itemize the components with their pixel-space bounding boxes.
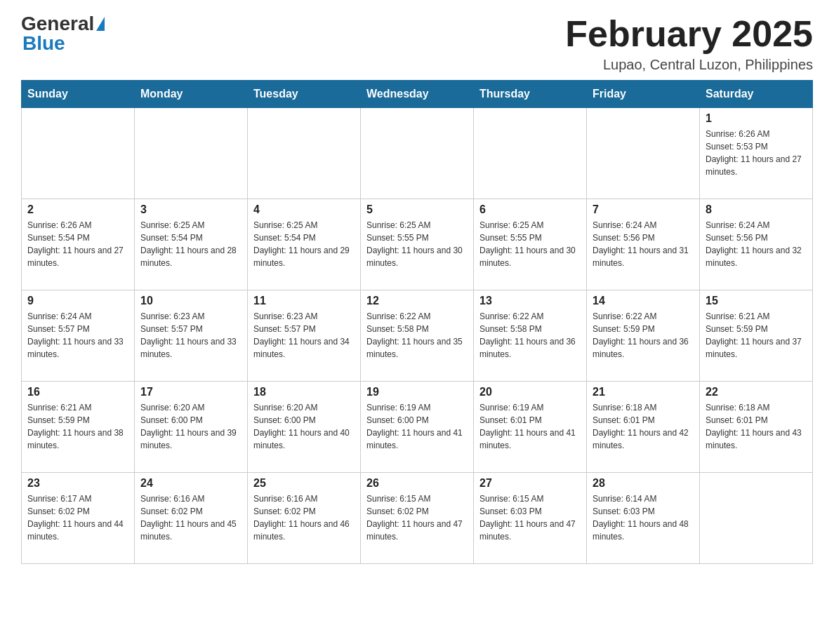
day-info-20: Sunrise: 6:19 AM Sunset: 6:01 PM Dayligh… [479, 401, 581, 452]
day-number-14: 14 [593, 295, 694, 307]
calendar-week-2: 2Sunrise: 6:26 AM Sunset: 5:54 PM Daylig… [22, 199, 813, 290]
day-number-15: 15 [706, 295, 807, 307]
table-row: 13Sunrise: 6:22 AM Sunset: 5:58 PM Dayli… [474, 290, 587, 382]
day-info-4: Sunrise: 6:25 AM Sunset: 5:54 PM Dayligh… [253, 219, 355, 269]
table-row: 12Sunrise: 6:22 AM Sunset: 5:58 PM Dayli… [361, 290, 474, 382]
day-number-5: 5 [366, 203, 468, 216]
logo-triangle-icon [96, 17, 105, 31]
table-row: 27Sunrise: 6:15 AM Sunset: 6:03 PM Dayli… [474, 473, 587, 564]
header-sunday: Sunday [22, 81, 135, 108]
table-row: 8Sunrise: 6:24 AM Sunset: 5:56 PM Daylig… [700, 199, 813, 290]
table-row: 22Sunrise: 6:18 AM Sunset: 6:01 PM Dayli… [700, 382, 813, 473]
header-monday: Monday [135, 81, 248, 108]
day-number-23: 23 [27, 477, 128, 490]
day-info-11: Sunrise: 6:23 AM Sunset: 5:57 PM Dayligh… [253, 310, 355, 361]
table-row: 9Sunrise: 6:24 AM Sunset: 5:57 PM Daylig… [22, 290, 135, 382]
day-number-9: 9 [27, 295, 128, 307]
day-number-26: 26 [366, 477, 468, 490]
table-row: 10Sunrise: 6:23 AM Sunset: 5:57 PM Dayli… [135, 290, 248, 382]
header-friday: Friday [587, 81, 700, 108]
day-number-19: 19 [366, 386, 468, 398]
day-number-6: 6 [479, 203, 581, 216]
logo: General Blue [21, 14, 105, 55]
day-info-7: Sunrise: 6:24 AM Sunset: 5:56 PM Dayligh… [593, 219, 694, 269]
day-number-27: 27 [479, 477, 581, 490]
header-tuesday: Tuesday [248, 81, 361, 108]
day-number-21: 21 [593, 386, 694, 398]
table-row [361, 108, 474, 199]
table-row: 1Sunrise: 6:26 AM Sunset: 5:53 PM Daylig… [700, 108, 813, 199]
day-number-28: 28 [593, 477, 694, 490]
day-number-13: 13 [479, 295, 581, 307]
day-info-27: Sunrise: 6:15 AM Sunset: 6:03 PM Dayligh… [479, 492, 581, 543]
day-info-2: Sunrise: 6:26 AM Sunset: 5:54 PM Dayligh… [27, 219, 128, 269]
calendar-subtitle: Lupao, Central Luzon, Philippines [565, 57, 813, 73]
table-row [135, 108, 248, 199]
table-row: 4Sunrise: 6:25 AM Sunset: 5:54 PM Daylig… [248, 199, 361, 290]
day-info-18: Sunrise: 6:20 AM Sunset: 6:00 PM Dayligh… [253, 401, 355, 452]
table-row: 28Sunrise: 6:14 AM Sunset: 6:03 PM Dayli… [587, 473, 700, 564]
day-number-7: 7 [593, 203, 694, 216]
table-row: 19Sunrise: 6:19 AM Sunset: 6:00 PM Dayli… [361, 382, 474, 473]
day-info-8: Sunrise: 6:24 AM Sunset: 5:56 PM Dayligh… [706, 219, 807, 269]
day-info-25: Sunrise: 6:16 AM Sunset: 6:02 PM Dayligh… [253, 492, 355, 543]
day-info-6: Sunrise: 6:25 AM Sunset: 5:55 PM Dayligh… [479, 219, 581, 269]
day-info-26: Sunrise: 6:15 AM Sunset: 6:02 PM Dayligh… [366, 492, 468, 543]
header-saturday: Saturday [700, 81, 813, 108]
day-number-11: 11 [253, 295, 355, 307]
table-row: 6Sunrise: 6:25 AM Sunset: 5:55 PM Daylig… [474, 199, 587, 290]
table-row: 16Sunrise: 6:21 AM Sunset: 5:59 PM Dayli… [22, 382, 135, 473]
calendar-table: Sunday Monday Tuesday Wednesday Thursday… [21, 80, 813, 564]
day-number-16: 16 [27, 386, 128, 398]
day-number-4: 4 [253, 203, 355, 216]
day-number-10: 10 [140, 295, 241, 307]
day-info-9: Sunrise: 6:24 AM Sunset: 5:57 PM Dayligh… [27, 310, 128, 361]
logo-blue-text: Blue [22, 32, 65, 55]
day-number-25: 25 [253, 477, 355, 490]
day-info-28: Sunrise: 6:14 AM Sunset: 6:03 PM Dayligh… [593, 492, 694, 543]
day-number-8: 8 [706, 203, 807, 216]
table-row: 21Sunrise: 6:18 AM Sunset: 6:01 PM Dayli… [587, 382, 700, 473]
logo-general-text: General [21, 14, 94, 34]
day-info-12: Sunrise: 6:22 AM Sunset: 5:58 PM Dayligh… [366, 310, 468, 361]
calendar-week-5: 23Sunrise: 6:17 AM Sunset: 6:02 PM Dayli… [22, 473, 813, 564]
table-row: 5Sunrise: 6:25 AM Sunset: 5:55 PM Daylig… [361, 199, 474, 290]
day-info-22: Sunrise: 6:18 AM Sunset: 6:01 PM Dayligh… [706, 401, 807, 452]
table-row: 18Sunrise: 6:20 AM Sunset: 6:00 PM Dayli… [248, 382, 361, 473]
day-info-1: Sunrise: 6:26 AM Sunset: 5:53 PM Dayligh… [706, 128, 807, 178]
day-info-24: Sunrise: 6:16 AM Sunset: 6:02 PM Dayligh… [140, 492, 241, 543]
day-info-19: Sunrise: 6:19 AM Sunset: 6:00 PM Dayligh… [366, 401, 468, 452]
calendar-week-1: 1Sunrise: 6:26 AM Sunset: 5:53 PM Daylig… [22, 108, 813, 199]
calendar-header-row: Sunday Monday Tuesday Wednesday Thursday… [22, 81, 813, 108]
day-info-21: Sunrise: 6:18 AM Sunset: 6:01 PM Dayligh… [593, 401, 694, 452]
table-row: 14Sunrise: 6:22 AM Sunset: 5:59 PM Dayli… [587, 290, 700, 382]
day-info-13: Sunrise: 6:22 AM Sunset: 5:58 PM Dayligh… [479, 310, 581, 361]
table-row: 3Sunrise: 6:25 AM Sunset: 5:54 PM Daylig… [135, 199, 248, 290]
calendar-title: February 2025 [565, 14, 813, 54]
day-info-15: Sunrise: 6:21 AM Sunset: 5:59 PM Dayligh… [706, 310, 807, 361]
table-row: 20Sunrise: 6:19 AM Sunset: 6:01 PM Dayli… [474, 382, 587, 473]
table-row [700, 473, 813, 564]
day-number-1: 1 [706, 112, 807, 125]
day-info-10: Sunrise: 6:23 AM Sunset: 5:57 PM Dayligh… [140, 310, 241, 361]
table-row: 24Sunrise: 6:16 AM Sunset: 6:02 PM Dayli… [135, 473, 248, 564]
day-info-5: Sunrise: 6:25 AM Sunset: 5:55 PM Dayligh… [366, 219, 468, 269]
day-number-3: 3 [140, 203, 241, 216]
day-info-14: Sunrise: 6:22 AM Sunset: 5:59 PM Dayligh… [593, 310, 694, 361]
day-info-17: Sunrise: 6:20 AM Sunset: 6:00 PM Dayligh… [140, 401, 241, 452]
day-number-24: 24 [140, 477, 241, 490]
table-row: 23Sunrise: 6:17 AM Sunset: 6:02 PM Dayli… [22, 473, 135, 564]
day-number-2: 2 [27, 203, 128, 216]
table-row: 17Sunrise: 6:20 AM Sunset: 6:00 PM Dayli… [135, 382, 248, 473]
table-row: 25Sunrise: 6:16 AM Sunset: 6:02 PM Dayli… [248, 473, 361, 564]
calendar-week-3: 9Sunrise: 6:24 AM Sunset: 5:57 PM Daylig… [22, 290, 813, 382]
header-wednesday: Wednesday [361, 81, 474, 108]
page-header: General Blue February 2025 Lupao, Centra… [21, 14, 813, 73]
day-number-12: 12 [366, 295, 468, 307]
title-section: February 2025 Lupao, Central Luzon, Phil… [565, 14, 813, 73]
day-number-22: 22 [706, 386, 807, 398]
day-number-17: 17 [140, 386, 241, 398]
table-row: 26Sunrise: 6:15 AM Sunset: 6:02 PM Dayli… [361, 473, 474, 564]
day-info-3: Sunrise: 6:25 AM Sunset: 5:54 PM Dayligh… [140, 219, 241, 269]
table-row: 11Sunrise: 6:23 AM Sunset: 5:57 PM Dayli… [248, 290, 361, 382]
